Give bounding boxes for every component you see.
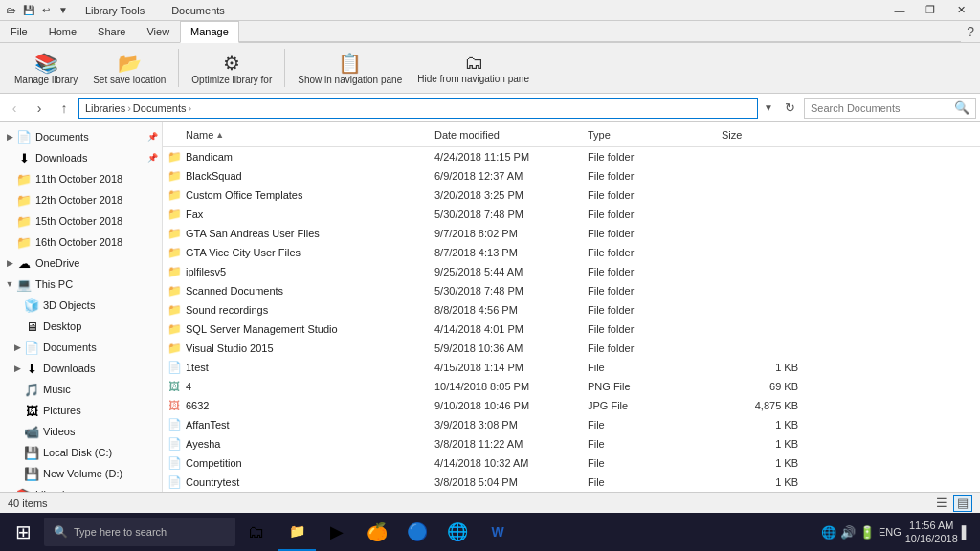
file-row[interactable]: 📁 Scanned Documents 5/30/2018 7:48 PM Fi…	[163, 281, 980, 300]
hide-nav-button[interactable]: 🗂 Hide from navigation pane	[411, 49, 536, 87]
close-button[interactable]: ✕	[946, 0, 976, 21]
breadcrumb-documents[interactable]: Documents	[133, 102, 187, 114]
sidebar-label: Videos	[43, 426, 75, 437]
up-button[interactable]: ↑	[54, 98, 75, 119]
set-save-location-button[interactable]: 📂 Set save location	[86, 49, 172, 88]
sidebar-item-documents-pc[interactable]: ▶ 📄 Documents	[0, 337, 162, 358]
file-size: 1 KB	[722, 438, 798, 450]
sidebar-item-libraries[interactable]: ▼ 📚 Libraries	[0, 484, 162, 492]
vlc-button[interactable]: ▶	[318, 513, 356, 551]
manage-library-button[interactable]: 📚 Manage library	[8, 49, 84, 88]
sidebar-item-localc[interactable]: 💾 Local Disk (C:)	[0, 442, 162, 463]
file-row[interactable]: 📄 1test 4/15/2018 1:14 PM File 1 KB	[163, 358, 980, 377]
chrome-button[interactable]: 🔵	[398, 513, 436, 551]
sidebar-item-oct15[interactable]: 📁 15th October 2018	[0, 210, 162, 231]
sidebar-label: Documents	[35, 131, 89, 143]
sidebar-item-thispc[interactable]: ▼ 💻 This PC	[0, 274, 162, 295]
col-modified[interactable]: Date modified	[434, 129, 588, 141]
maximize-button[interactable]: ❐	[915, 0, 946, 21]
file-row[interactable]: 🖼 4 10/14/2018 8:05 PM PNG File 69 KB	[163, 377, 980, 396]
search-bar[interactable]: 🔍	[804, 98, 976, 119]
save-icon[interactable]: 💾	[21, 3, 36, 18]
help-button[interactable]: ?	[961, 21, 980, 42]
search-input[interactable]	[811, 102, 954, 114]
file-row[interactable]: 📄 AffanTest 3/9/2018 3:08 PM File 1 KB	[163, 415, 980, 434]
taskbar-search-icon: 🔍	[54, 525, 68, 539]
pictures-pc-icon: 🖼	[23, 402, 40, 419]
show-in-nav-button[interactable]: 📋 Show in navigation pane	[291, 49, 409, 88]
address-dropdown[interactable]: ▼	[762, 102, 775, 113]
file-icon: 🖼	[167, 379, 182, 394]
tab-library-tools[interactable]: Library Tools	[77, 2, 153, 19]
file-modified: 8/8/2018 4:56 PM	[434, 304, 588, 316]
expand-icon: ▼	[4, 279, 15, 289]
sidebar-item-music-pc[interactable]: 🎵 Music	[0, 379, 162, 400]
sidebar-item-newvol[interactable]: 💾 New Volume (D:)	[0, 463, 162, 484]
edge-button[interactable]: 🌐	[438, 513, 477, 551]
sidebar-item-pictures-pc[interactable]: 🖼 Pictures	[0, 400, 162, 421]
file-row[interactable]: 📁 iplfilesv5 9/25/2018 5:44 AM File fold…	[163, 262, 980, 281]
sidebar-label: 16th October 2018	[35, 236, 122, 248]
sidebar-item-oct16[interactable]: 📁 16th October 2018	[0, 231, 162, 253]
file-row[interactable]: 📁 BlackSquad 6/9/2018 12:37 AM File fold…	[163, 166, 980, 186]
minimize-button[interactable]: —	[884, 0, 915, 21]
sidebar-item-documents-quick[interactable]: ▶ 📄 Documents 📌	[0, 126, 162, 147]
clock[interactable]: 11:56 AM 10/16/2018	[905, 518, 958, 546]
show-desktop-button[interactable]: ▌	[962, 525, 970, 540]
tab-documents[interactable]: Documents	[163, 2, 234, 19]
undo-icon[interactable]: ↩	[38, 3, 54, 18]
network-tray-icon[interactable]: 🌐	[821, 525, 836, 540]
back-button[interactable]: ‹	[4, 98, 25, 119]
sidebar-label: 11th October 2018	[35, 173, 122, 185]
forward-button[interactable]: ›	[29, 98, 50, 119]
sidebar-label: 12th October 2018	[35, 194, 122, 206]
sidebar-label: Local Disk (C:)	[43, 447, 112, 458]
file-row[interactable]: 📄 Ayesha 3/8/2018 11:22 AM File 1 KB	[163, 434, 980, 453]
col-type[interactable]: Type	[588, 129, 722, 141]
dropdown-icon[interactable]: ▼	[56, 3, 71, 18]
task-view-button[interactable]: 🗂	[237, 513, 276, 551]
file-row[interactable]: 📁 Fax 5/30/2018 7:48 PM File folder	[163, 205, 980, 224]
app-orange-button[interactable]: 🍊	[358, 513, 396, 551]
battery-icon[interactable]: 🔋	[859, 525, 875, 540]
view-details-button[interactable]: ☰	[932, 495, 951, 512]
sidebar-item-desktop[interactable]: 🖥 Desktop	[0, 316, 162, 337]
tab-file[interactable]: File	[0, 21, 38, 42]
sidebar-item-onedrive[interactable]: ▶ ☁ OneDrive	[0, 253, 162, 274]
volume-icon[interactable]: 🔊	[840, 525, 856, 540]
col-name[interactable]: Name ▲	[167, 129, 434, 141]
file-row[interactable]: 📁 Bandicam 4/24/2018 11:15 PM File folde…	[163, 147, 980, 166]
word-button[interactable]: W	[479, 513, 517, 551]
optimize-library-button[interactable]: ⚙ Optimize library for	[185, 49, 278, 88]
tab-share[interactable]: Share	[87, 21, 136, 42]
tab-view[interactable]: View	[136, 21, 180, 42]
sidebar-item-downloads-quick[interactable]: ⬇ Downloads 📌	[0, 147, 162, 168]
sidebar-item-videos-pc[interactable]: 📹 Videos	[0, 421, 162, 442]
file-row[interactable]: 📁 Custom Office Templates 3/20/2018 3:25…	[163, 186, 980, 205]
file-row[interactable]: 📁 Sound recordings 8/8/2018 4:56 PM File…	[163, 300, 980, 320]
sidebar-item-oct11[interactable]: 📁 11th October 2018	[0, 168, 162, 189]
start-button[interactable]: ⊞	[4, 513, 42, 551]
sidebar-label: Downloads	[43, 363, 95, 374]
taskbar-search[interactable]: 🔍 Type here to search	[44, 518, 235, 546]
file-row[interactable]: 📁 Visual Studio 2015 5/9/2018 10:36 AM F…	[163, 339, 980, 358]
file-row[interactable]: 📁 SQL Server Management Studio 4/14/2018…	[163, 320, 980, 339]
refresh-button[interactable]: ↻	[779, 98, 800, 119]
file-row[interactable]: 🖼 6632 9/10/2018 10:46 PM JPG File 4,875…	[163, 396, 980, 415]
sidebar-item-downloads-pc[interactable]: ▶ ⬇ Downloads	[0, 358, 162, 379]
view-list-button[interactable]: ▤	[953, 495, 972, 512]
tab-home[interactable]: Home	[38, 21, 87, 42]
col-size[interactable]: Size	[722, 129, 798, 141]
address-path[interactable]: Libraries › Documents ›	[78, 98, 758, 119]
breadcrumb-libraries[interactable]: Libraries	[85, 102, 125, 114]
sidebar-item-3dobjects[interactable]: 🧊 3D Objects	[0, 295, 162, 316]
explorer-taskbar-button[interactable]: 📁	[278, 513, 316, 551]
file-row[interactable]: 📄 Competition 4/14/2018 10:32 AM File 1 …	[163, 453, 980, 473]
tab-manage[interactable]: Manage	[180, 21, 239, 43]
folder-icon[interactable]: 🗁	[4, 3, 19, 18]
file-row[interactable]: 📁 GTA Vice City User Files 8/7/2018 4:13…	[163, 243, 980, 262]
file-row[interactable]: 📁 GTA San Andreas User Files 9/7/2018 8:…	[163, 224, 980, 243]
sidebar-item-oct12[interactable]: 📁 12th October 2018	[0, 189, 162, 210]
file-row[interactable]: 📄 Countrytest 3/8/2018 5:04 PM File 1 KB	[163, 473, 980, 492]
show-nav-label: Show in navigation pane	[298, 75, 402, 85]
